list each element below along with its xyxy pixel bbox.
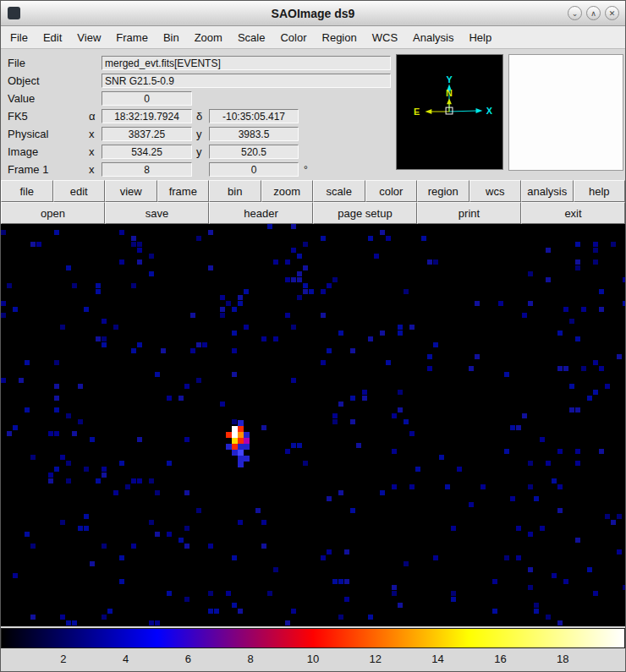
- menu-scale[interactable]: Scale: [230, 28, 273, 47]
- toolbar-color-button[interactable]: color: [365, 180, 418, 202]
- colorbar-tick: 18: [557, 653, 568, 665]
- colorbar-gradient[interactable]: [1, 628, 625, 648]
- colorbar-tick: 14: [431, 653, 443, 665]
- object-entry[interactable]: SNR G21.5-0.9: [102, 74, 391, 88]
- image-x-label: x: [89, 145, 102, 158]
- toolbar-row-1: file edit view frame bin zoom scale colo…: [1, 180, 625, 202]
- menu-edit[interactable]: Edit: [36, 28, 69, 47]
- toolbar-analysis-button[interactable]: analysis: [521, 180, 574, 202]
- menu-zoom[interactable]: Zoom: [187, 28, 230, 47]
- toolbar-edit-button[interactable]: edit: [53, 180, 106, 202]
- header-button[interactable]: header: [209, 202, 313, 224]
- toolbar-scale-button[interactable]: scale: [313, 180, 365, 202]
- colorbar: [1, 626, 625, 648]
- toolbar-wcs-button[interactable]: wcs: [470, 180, 522, 202]
- physical-label: Physical: [8, 128, 89, 140]
- info-row-physical: Physical x 3837.25 y 3983.5: [1, 125, 396, 143]
- colorbar-tick: 12: [370, 653, 382, 665]
- toolbar-row-2: open save header page setup print exit: [1, 202, 625, 224]
- info-row-fk5: FK5 α 18:32:19.7924 δ -10:35:05.417: [1, 107, 396, 125]
- titlebar[interactable]: SAOImage ds9 ⌄ ∧ ✕: [1, 1, 625, 26]
- value-entry[interactable]: 0: [102, 91, 192, 106]
- frame-label: Frame 1: [8, 163, 89, 176]
- toolbar-zoom-button[interactable]: zoom: [261, 180, 314, 202]
- info-panel: File merged_evt.fits[EVENTS] Object SNR …: [1, 49, 625, 180]
- image-canvas[interactable]: [1, 224, 625, 626]
- info-fields: File merged_evt.fits[EVENTS] Object SNR …: [1, 54, 396, 180]
- save-button[interactable]: save: [105, 202, 209, 224]
- colorbar-tick: 8: [248, 653, 254, 665]
- menu-analysis[interactable]: Analysis: [405, 28, 461, 47]
- physical-x-entry[interactable]: 3837.25: [102, 127, 192, 141]
- frame-x-entry[interactable]: 8: [102, 162, 192, 177]
- file-label: File: [8, 57, 89, 69]
- minimize-button[interactable]: ⌄: [568, 6, 582, 20]
- file-entry[interactable]: merged_evt.fits[EVENTS]: [102, 56, 391, 70]
- info-row-value: Value 0: [1, 90, 396, 107]
- ds9-window: SAOImage ds9 ⌄ ∧ ✕ File Edit View Frame …: [0, 0, 626, 672]
- menu-frame[interactable]: Frame: [108, 28, 156, 47]
- info-row-image: Image x 534.25 y 520.5: [1, 143, 396, 161]
- info-row-object: Object SNR G21.5-0.9: [1, 72, 396, 90]
- image-display: [1, 224, 625, 626]
- window-controls: ⌄ ∧ ✕: [568, 6, 625, 20]
- window-title: SAOImage ds9: [1, 7, 625, 20]
- magnifier[interactable]: [508, 54, 623, 171]
- menu-view[interactable]: View: [69, 28, 108, 47]
- info-row-file: File merged_evt.fits[EVENTS]: [1, 54, 396, 72]
- colorbar-tick: 10: [307, 653, 319, 665]
- panner-e-label: E: [414, 107, 420, 117]
- alpha-label: α: [89, 110, 102, 123]
- fk5-label: FK5: [8, 110, 89, 123]
- value-label: Value: [8, 92, 89, 105]
- colorbar-tick-labels: 2 4 6 8 10 12 14 16 18: [1, 648, 625, 671]
- delta-label: δ: [196, 110, 209, 123]
- physical-x-label: x: [89, 128, 102, 140]
- colorbar-tick: 6: [185, 653, 191, 665]
- menu-help[interactable]: Help: [461, 28, 499, 47]
- menu-wcs[interactable]: WCS: [365, 28, 405, 47]
- menu-color[interactable]: Color: [272, 28, 314, 47]
- image-y-entry[interactable]: 520.5: [209, 145, 299, 159]
- print-button[interactable]: print: [417, 202, 521, 224]
- physical-y-entry[interactable]: 3983.5: [209, 127, 299, 141]
- info-row-frame: Frame 1 x 8 0 °: [1, 161, 396, 178]
- degree-symbol: °: [304, 164, 308, 176]
- panner-y-label: Y: [446, 74, 453, 85]
- close-button[interactable]: ✕: [605, 6, 619, 20]
- physical-y-label: y: [196, 128, 209, 140]
- frame-x-label: x: [89, 163, 102, 176]
- app-icon: [8, 7, 20, 19]
- menu-file[interactable]: File: [3, 28, 36, 47]
- panner-n-label: N: [446, 88, 453, 98]
- toolbar-frame-button[interactable]: frame: [157, 180, 210, 202]
- toolbar-file-button[interactable]: file: [1, 180, 53, 202]
- open-button[interactable]: open: [1, 202, 105, 224]
- fk5-dec-entry[interactable]: -10:35:05.417: [209, 109, 299, 123]
- menubar: File Edit View Frame Bin Zoom Scale Colo…: [1, 26, 625, 49]
- toolbar-bin-button[interactable]: bin: [209, 180, 261, 202]
- maximize-button[interactable]: ∧: [586, 6, 601, 20]
- toolbar-view-button[interactable]: view: [105, 180, 157, 202]
- colorbar-tick: 16: [494, 653, 506, 665]
- toolbar-region-button[interactable]: region: [417, 180, 470, 202]
- panner[interactable]: Y N E X: [396, 54, 503, 170]
- menu-bin[interactable]: Bin: [156, 28, 187, 47]
- toolbar-help-button[interactable]: help: [574, 180, 626, 202]
- image-y-label: y: [196, 145, 209, 158]
- image-label: Image: [8, 145, 89, 158]
- menu-region[interactable]: Region: [315, 28, 365, 47]
- fk5-ra-entry[interactable]: 18:32:19.7924: [102, 109, 192, 123]
- frame-angle-entry[interactable]: 0: [209, 162, 299, 177]
- panner-x-label: X: [486, 106, 493, 116]
- exit-button[interactable]: exit: [521, 202, 625, 224]
- colorbar-tick: 4: [123, 653, 129, 665]
- image-x-entry[interactable]: 534.25: [102, 145, 192, 159]
- object-label: Object: [8, 74, 89, 87]
- page-setup-button[interactable]: page setup: [313, 202, 417, 224]
- colorbar-tick: 2: [60, 653, 66, 665]
